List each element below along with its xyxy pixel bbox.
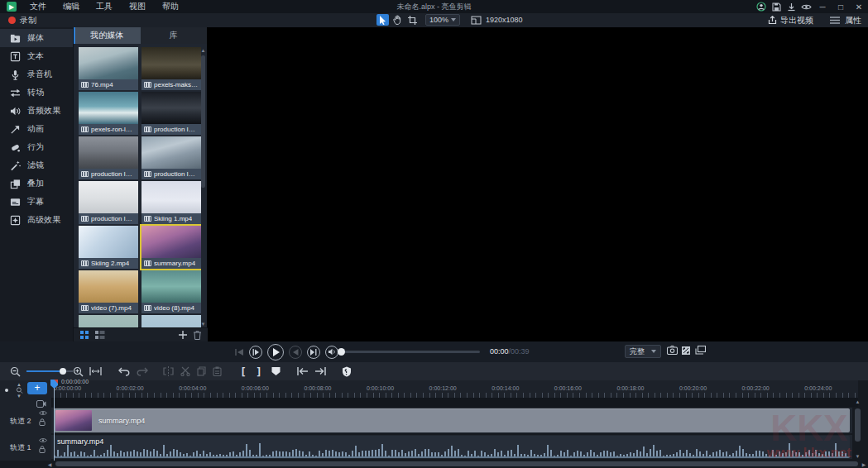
track-visibility-icon[interactable] — [39, 410, 47, 416]
fit-timeline-icon[interactable] — [89, 362, 102, 380]
rewind-icon[interactable] — [234, 348, 244, 356]
track-zoom-knob[interactable] — [5, 389, 8, 392]
media-item[interactable]: summary.mp4 — [141, 226, 201, 269]
menu-help[interactable]: 帮助 — [154, 0, 187, 13]
track-height-control[interactable]: ▲ ▼ — [13, 382, 25, 399]
track-1-body[interactable]: summary.mp4 — [51, 435, 852, 459]
preview-canvas[interactable] — [207, 27, 868, 341]
scroll-up-icon[interactable]: ▲ — [200, 47, 206, 54]
view-fit-select[interactable]: 完整 — [625, 345, 661, 358]
media-scrollbar[interactable]: ▲ ▼ — [200, 47, 206, 327]
hamburger-menu-icon[interactable] — [830, 17, 840, 24]
track-lock-icon[interactable] — [39, 446, 46, 453]
grid-view-icon[interactable] — [80, 331, 89, 339]
scroll-left-icon[interactable]: ◀ — [46, 461, 54, 467]
paste-icon[interactable] — [213, 362, 222, 380]
split-icon[interactable] — [163, 362, 174, 380]
media-item[interactable]: pexels-ron-lach... — [79, 92, 138, 135]
hand-tool-button[interactable] — [391, 14, 404, 26]
sidebar-item-filters[interactable]: 滤镜 — [0, 156, 73, 174]
media-item[interactable]: video (8).mp4 — [141, 270, 201, 313]
undo-icon[interactable] — [118, 362, 130, 380]
volume-button[interactable] — [325, 346, 338, 359]
sidebar-item-overlay[interactable]: 叠加 — [0, 174, 73, 193]
sidebar-item-behavior[interactable]: 行为 — [0, 138, 73, 156]
sidebar-item-captions[interactable]: 字幕 — [0, 193, 73, 211]
save-icon[interactable] — [769, 1, 784, 12]
scroll-right-icon[interactable]: ▶ — [860, 461, 868, 467]
close-button[interactable]: ✕ — [850, 0, 868, 13]
record-button[interactable]: 录制 — [0, 13, 45, 27]
audio-clip[interactable]: summary.mp4 — [54, 436, 850, 458]
copy-icon[interactable] — [197, 362, 206, 380]
media-item[interactable]: production ID_... — [141, 92, 201, 135]
scroll-down-icon[interactable]: ▼ — [854, 454, 861, 459]
menu-tools[interactable]: 工具 — [88, 0, 121, 13]
add-media-icon[interactable] — [179, 331, 187, 339]
track-visibility-icon[interactable] — [39, 437, 47, 443]
select-tool-button[interactable] — [376, 14, 389, 26]
cut-icon[interactable] — [180, 362, 190, 380]
media-item[interactable]: video (7).mp4 — [79, 270, 138, 313]
media-item[interactable]: Skiing 2.mp4 — [79, 226, 138, 269]
user-icon[interactable] — [754, 1, 769, 12]
tab-library[interactable]: 库 — [141, 27, 208, 44]
visibility-icon[interactable] — [798, 1, 813, 12]
media-item[interactable]: production ID_... — [79, 136, 138, 179]
sidebar-item-advanced-effects[interactable]: 高级效果 — [0, 211, 73, 229]
stop-button[interactable] — [289, 346, 302, 359]
add-track-button[interactable]: + — [27, 382, 47, 394]
properties-button[interactable]: 属性 — [845, 15, 861, 26]
media-item[interactable]: pexels-maksim-... — [141, 47, 201, 90]
media-item[interactable] — [141, 315, 201, 327]
scrollbar-thumb[interactable] — [201, 55, 205, 188]
arrow-down-icon[interactable]: ▼ — [17, 394, 22, 399]
detach-icon[interactable] — [695, 346, 706, 355]
export-video-button[interactable]: 导出视频 — [768, 15, 813, 26]
add-marker-icon[interactable] — [271, 362, 281, 380]
sidebar-item-text[interactable]: 文本 — [0, 47, 73, 65]
fullscreen-icon[interactable] — [681, 346, 691, 356]
sidebar-item-transitions[interactable]: 转场 — [0, 84, 73, 102]
mark-in-icon[interactable]: [ — [240, 362, 247, 380]
media-item[interactable]: production ID_... — [141, 136, 201, 179]
crop-tool-button[interactable] — [406, 14, 419, 26]
media-item[interactable] — [79, 315, 138, 327]
zoom-out-icon[interactable] — [10, 362, 21, 380]
minimize-button[interactable]: ─ — [813, 0, 832, 13]
playhead[interactable] — [50, 380, 58, 461]
timeline-ruler[interactable]: 0:00:00:000:00:02:000:00:04:000:00:06:00… — [51, 380, 858, 398]
previous-marker-icon[interactable] — [297, 362, 309, 380]
mark-out-icon[interactable]: ] — [256, 362, 262, 380]
canvas-zoom-select[interactable]: 100% — [425, 14, 460, 26]
track-lock-icon[interactable] — [39, 418, 46, 426]
zoom-in-icon[interactable] — [73, 362, 84, 380]
redo-icon[interactable] — [137, 362, 148, 380]
list-view-icon[interactable] — [95, 331, 105, 339]
sidebar-item-media[interactable]: 媒体 — [0, 29, 73, 47]
next-marker-icon[interactable] — [314, 362, 326, 380]
scroll-down-icon[interactable]: ▼ — [200, 321, 206, 327]
delete-media-icon[interactable] — [194, 331, 201, 340]
timeline-vscrollbar[interactable]: ▲ ▼ — [854, 399, 861, 459]
track-2-body[interactable]: summary.mp4 — [51, 408, 852, 433]
menu-file[interactable]: 文件 — [22, 0, 55, 13]
video-clip[interactable]: summary.mp4 — [54, 408, 850, 432]
sidebar-item-animation[interactable]: 动画 — [0, 120, 73, 138]
hscrollbar-thumb[interactable] — [55, 461, 858, 466]
timeline-zoom-slider[interactable] — [26, 370, 66, 372]
maximize-button[interactable]: □ — [832, 0, 850, 13]
sidebar-item-audio-effects[interactable]: 音频效果 — [0, 102, 73, 120]
snapshot-icon[interactable] — [667, 346, 678, 355]
scroll-up-icon[interactable]: ▲ — [854, 399, 861, 404]
slider-knob[interactable] — [60, 368, 66, 375]
media-item[interactable]: production ID_... — [79, 181, 138, 224]
seek-knob[interactable] — [338, 348, 345, 356]
step-backward-button[interactable] — [249, 346, 262, 359]
media-item[interactable]: Skiing 1.mp4 — [141, 181, 201, 224]
vscrollbar-thumb[interactable] — [855, 408, 861, 442]
download-icon[interactable] — [784, 1, 798, 12]
media-item[interactable]: 76.mp4 — [79, 47, 138, 90]
seek-bar[interactable] — [338, 351, 480, 353]
menu-view[interactable]: 视图 — [121, 0, 154, 13]
